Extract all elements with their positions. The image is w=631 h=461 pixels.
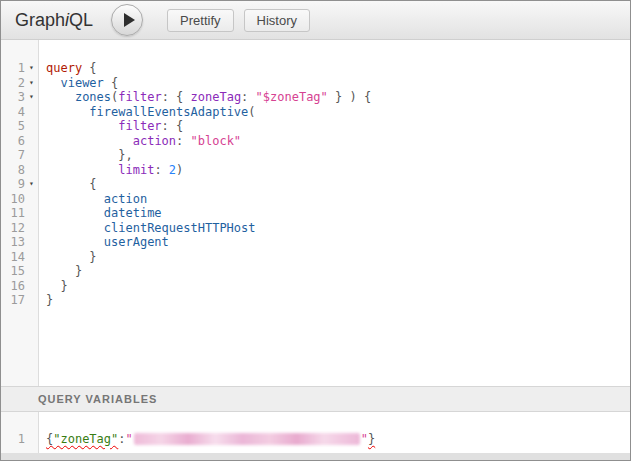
logo-text-ql: QL [69, 10, 93, 30]
code-token: } [368, 432, 375, 446]
code-token: userAgent [104, 235, 169, 249]
code-token: query [46, 61, 82, 75]
play-icon [124, 13, 135, 27]
code-token [46, 76, 60, 90]
logo-text-graph: Graph [15, 10, 65, 30]
line-number: 16 [1, 279, 25, 294]
code-token: "$zoneTag" [256, 90, 328, 104]
fold-arrow-icon[interactable]: ▾ [25, 76, 38, 91]
code-token: { [104, 76, 118, 90]
code-token: action [133, 134, 176, 148]
code-token: filter [118, 119, 161, 133]
redacted-value [134, 433, 360, 445]
line-number: 17 [1, 293, 25, 308]
code-token: : [118, 432, 125, 446]
fold-arrow-icon[interactable]: ▾ [25, 61, 38, 76]
line-number: 13 [1, 235, 25, 250]
graphiql-window: GraphiQL Prettify History 1▾2▾3▾456789▾1… [0, 0, 631, 461]
code-token [46, 163, 118, 177]
code-line[interactable]: limit: 2) [46, 163, 630, 178]
code-line[interactable]: datetime [46, 206, 630, 221]
code-token: " [126, 432, 133, 446]
code-line[interactable]: } [46, 279, 630, 294]
line-number: 2 [1, 76, 25, 91]
line-number: 5 [1, 119, 25, 134]
graphiql-logo: GraphiQL [15, 10, 93, 31]
code-line[interactable]: viewer { [46, 76, 630, 91]
query-editor[interactable]: 1▾2▾3▾456789▾1011121314151617 query { vi… [1, 40, 630, 386]
line-number: 12 [1, 221, 25, 236]
footer-strip [1, 453, 630, 460]
code-token: : [154, 163, 168, 177]
line-number: 11 [1, 206, 25, 221]
variables-editor-code[interactable]: {"zoneTag":""} [39, 412, 630, 453]
code-line[interactable]: query { [46, 61, 630, 76]
code-token: "block" [191, 134, 242, 148]
query-editor-code[interactable]: query { viewer { zones(filter: { zoneTag… [39, 40, 630, 386]
line-number: 4 [1, 105, 25, 120]
code-token: : { [162, 90, 191, 104]
code-token: "zoneTag" [53, 432, 118, 446]
query-variables-header[interactable]: QUERY VARIABLES [1, 386, 630, 412]
code-token: { [46, 177, 97, 191]
variables-line[interactable]: {"zoneTag":""} [46, 432, 630, 447]
code-token: ) [176, 163, 183, 177]
line-number: 3 [1, 90, 25, 105]
variables-editor-gutter: 1 [1, 412, 39, 453]
code-token: { [82, 61, 96, 75]
code-token: clientRequestHTTPHost [104, 221, 256, 235]
code-token: } ) { [328, 90, 371, 104]
query-variables-editor[interactable]: 1 {"zoneTag":""} [1, 412, 630, 453]
code-line[interactable]: } [46, 264, 630, 279]
line-number: 8 [1, 163, 25, 178]
code-token: " [361, 432, 368, 446]
code-line[interactable]: userAgent [46, 235, 630, 250]
code-token: } [46, 250, 97, 264]
toolbar: GraphiQL Prettify History [1, 1, 630, 40]
code-token [46, 221, 104, 235]
line-number: 14 [1, 250, 25, 265]
code-line[interactable]: firewallEventsAdaptive( [46, 105, 630, 120]
code-line[interactable]: } [46, 250, 630, 265]
code-token: filter [118, 90, 161, 104]
code-token: 2 [169, 163, 176, 177]
fold-arrow-icon[interactable]: ▾ [25, 90, 38, 105]
line-number: 15 [1, 264, 25, 279]
code-line[interactable]: clientRequestHTTPHost [46, 221, 630, 236]
code-token: zones [75, 90, 111, 104]
code-token: }, [46, 148, 133, 162]
query-editor-gutter: 1▾2▾3▾456789▾1011121314151617 [1, 40, 39, 386]
fold-arrow-icon[interactable]: ▾ [25, 177, 38, 192]
variables-line-number: 1 [1, 432, 25, 447]
code-token [46, 119, 118, 133]
code-token [46, 206, 104, 220]
code-token: viewer [60, 76, 103, 90]
code-token [46, 90, 75, 104]
line-number: 7 [1, 148, 25, 163]
code-line[interactable]: zones(filter: { zoneTag: "$zoneTag" } ) … [46, 90, 630, 105]
prettify-button[interactable]: Prettify [167, 9, 233, 32]
code-token [46, 192, 104, 206]
code-token: : { [162, 119, 184, 133]
line-number: 6 [1, 134, 25, 149]
line-number: 9 [1, 177, 25, 192]
code-line[interactable]: filter: { [46, 119, 630, 134]
code-token: } [46, 293, 53, 307]
code-line[interactable]: { [46, 177, 630, 192]
line-number: 10 [1, 192, 25, 207]
execute-query-button[interactable] [111, 4, 143, 36]
code-token: limit [118, 163, 154, 177]
code-token: : [176, 134, 190, 148]
history-button[interactable]: History [244, 9, 310, 32]
code-line[interactable]: action: "block" [46, 134, 630, 149]
line-number: 1 [1, 61, 25, 76]
code-token: ( [248, 105, 255, 119]
code-token: firewallEventsAdaptive [89, 105, 248, 119]
code-line[interactable]: }, [46, 148, 630, 163]
code-token: datetime [104, 206, 162, 220]
code-token [46, 235, 104, 249]
code-token: } [46, 264, 82, 278]
code-line[interactable]: } [46, 293, 630, 308]
code-line[interactable]: action [46, 192, 630, 207]
code-token: zoneTag [191, 90, 242, 104]
